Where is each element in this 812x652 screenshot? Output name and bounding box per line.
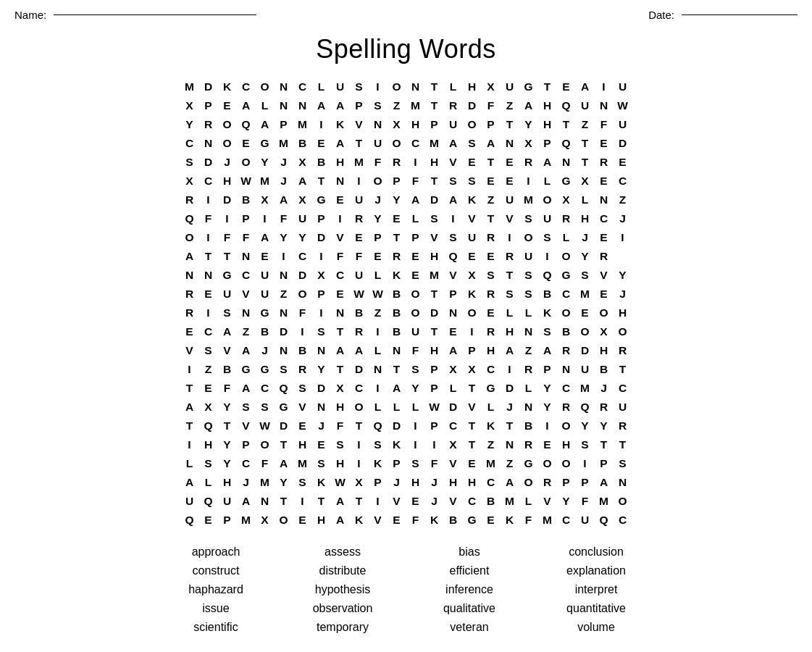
grid-cell: Z bbox=[501, 454, 519, 473]
grid-cell: A bbox=[275, 454, 293, 473]
grid-cell: A bbox=[180, 247, 199, 266]
grid-cell: K bbox=[463, 285, 482, 304]
grid-cell: U bbox=[331, 78, 350, 96]
grid-cell: Y bbox=[576, 417, 595, 435]
grid-cell: L bbox=[557, 228, 576, 247]
grid-cell: H bbox=[293, 435, 312, 454]
grid-cell: M bbox=[180, 78, 199, 96]
grid-cell: E bbox=[595, 172, 614, 191]
grid-cell: C bbox=[444, 417, 463, 435]
grid-cell: L bbox=[406, 209, 425, 228]
grid-cell: I bbox=[369, 379, 388, 398]
grid-cell: M bbox=[576, 285, 595, 304]
grid-cell: X bbox=[444, 360, 463, 379]
grid-cell: Y bbox=[538, 398, 557, 417]
grid-cell: M bbox=[293, 454, 312, 473]
grid-cell: E bbox=[256, 247, 275, 266]
grid-cell: T bbox=[350, 134, 369, 153]
grid-cell: E bbox=[501, 153, 519, 172]
grid-cell: U bbox=[576, 360, 595, 379]
grid-cell: U bbox=[614, 115, 632, 134]
grid-cell: X bbox=[293, 191, 312, 209]
grid-cell: K bbox=[482, 417, 501, 435]
grid-cell: C bbox=[350, 379, 369, 398]
grid-cell: I bbox=[199, 228, 218, 247]
grid-cell: H bbox=[331, 454, 350, 473]
grid-cell: T bbox=[425, 322, 444, 341]
grid-cell: X bbox=[388, 115, 406, 134]
grid-cell: K bbox=[388, 435, 406, 454]
grid-cell: C bbox=[199, 172, 218, 191]
word-item: observation bbox=[280, 602, 406, 615]
grid-cell: V bbox=[501, 209, 519, 228]
grid-cell: L bbox=[369, 341, 388, 360]
word-item: quantitative bbox=[533, 602, 660, 615]
grid-cell: I bbox=[312, 115, 331, 134]
grid-cell: D bbox=[501, 379, 519, 398]
grid-cell: K bbox=[331, 115, 350, 134]
grid-cell: T bbox=[614, 360, 632, 379]
grid-cell: B bbox=[595, 360, 614, 379]
grid-cell: T bbox=[388, 228, 406, 247]
grid-cell: P bbox=[425, 360, 444, 379]
grid-cell: J bbox=[218, 153, 237, 172]
grid-cell: C bbox=[557, 379, 576, 398]
grid-cell: F bbox=[369, 153, 388, 172]
grid-cell: T bbox=[463, 435, 482, 454]
grid-cell: K bbox=[501, 511, 519, 530]
grid-cell: F bbox=[406, 511, 425, 530]
grid-cell: E bbox=[501, 172, 519, 191]
grid-cell: M bbox=[425, 134, 444, 153]
grid-cell: V bbox=[218, 341, 237, 360]
grid-cell: M bbox=[576, 379, 595, 398]
grid-cell: P bbox=[482, 115, 501, 134]
grid-cell: E bbox=[463, 247, 482, 266]
grid-cell: O bbox=[388, 78, 406, 96]
grid-cell: B bbox=[293, 134, 312, 153]
grid-cell: E bbox=[595, 134, 614, 153]
grid-cell: N bbox=[369, 115, 388, 134]
word-item: issue bbox=[153, 602, 280, 615]
grid-cell: B bbox=[293, 341, 312, 360]
grid-cell: S bbox=[406, 360, 425, 379]
word-item: explanation bbox=[533, 564, 660, 577]
grid-cell: A bbox=[331, 341, 350, 360]
word-item: qualitative bbox=[406, 602, 533, 615]
grid-cell: N bbox=[444, 304, 463, 322]
grid-cell: O bbox=[614, 322, 632, 341]
grid-cell: Y bbox=[180, 115, 199, 134]
name-label: Name: bbox=[14, 9, 46, 21]
grid-cell: N bbox=[275, 78, 293, 96]
grid-cell: E bbox=[312, 435, 331, 454]
grid-cell: S bbox=[331, 435, 350, 454]
grid-cell: N bbox=[237, 304, 256, 322]
grid-cell: A bbox=[576, 78, 595, 96]
grid-cell: S bbox=[369, 96, 388, 115]
grid-cell: M bbox=[595, 492, 614, 511]
grid-cell: C bbox=[614, 172, 632, 191]
grid-cell: F bbox=[331, 417, 350, 435]
grid-cell: H bbox=[444, 473, 463, 492]
grid-cell: E bbox=[331, 191, 350, 209]
grid-cell: V bbox=[369, 511, 388, 530]
grid-cell: N bbox=[331, 304, 350, 322]
grid-cell: Y bbox=[275, 473, 293, 492]
grid-cell: D bbox=[312, 228, 331, 247]
grid-cell: T bbox=[180, 379, 199, 398]
grid-cell: M bbox=[538, 511, 557, 530]
grid-cell: C bbox=[256, 379, 275, 398]
grid-cell: F bbox=[519, 511, 538, 530]
grid-cell: E bbox=[482, 304, 501, 322]
grid-cell: L bbox=[199, 473, 218, 492]
grid-cell: L bbox=[444, 379, 463, 398]
grid-cell bbox=[614, 247, 632, 266]
grid-cell: D bbox=[425, 304, 444, 322]
grid-cell: A bbox=[444, 341, 463, 360]
word-item: conclusion bbox=[533, 546, 660, 559]
grid-cell: V bbox=[444, 492, 463, 511]
grid-cell: E bbox=[463, 454, 482, 473]
grid-cell: L bbox=[312, 78, 331, 96]
grid-cell: B bbox=[388, 322, 406, 341]
grid-cell: I bbox=[350, 172, 369, 191]
grid-cell: T bbox=[312, 492, 331, 511]
